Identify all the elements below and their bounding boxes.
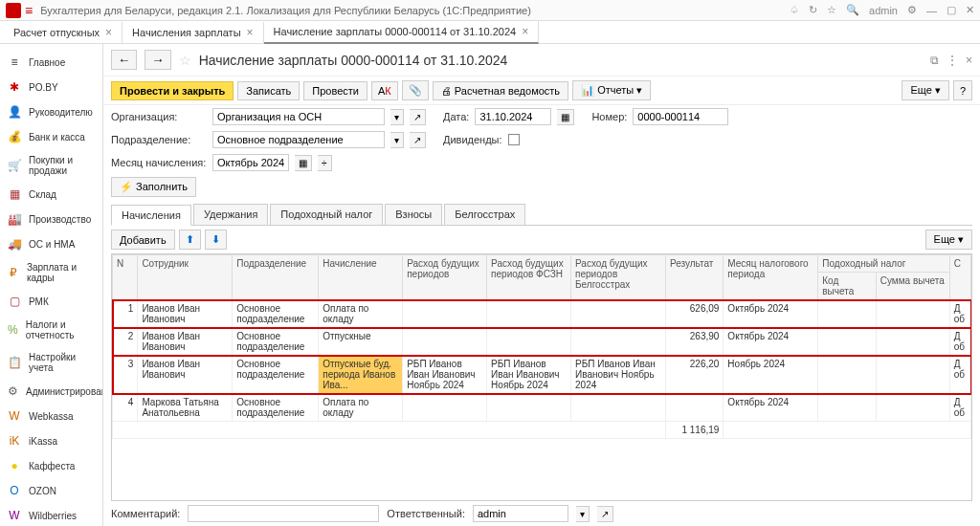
calendar-icon[interactable]: ▦: [557, 109, 574, 125]
table-row[interactable]: 3Иванов Иван ИвановичОсновное подразделе…: [113, 356, 971, 394]
number-input[interactable]: [633, 108, 728, 125]
sidebar-item[interactable]: 📋Настройки учета: [0, 346, 102, 379]
date-input[interactable]: [475, 108, 551, 125]
user-label[interactable]: admin: [869, 5, 898, 16]
sidebar-item[interactable]: 👤Руководителю: [0, 99, 102, 124]
more-icon[interactable]: ⋮: [947, 54, 958, 67]
settings-icon[interactable]: ⚙: [907, 4, 917, 16]
fill-button[interactable]: ⚡ Заполнить: [111, 177, 196, 197]
sidebar-item[interactable]: 🏭Производство: [0, 207, 102, 231]
post-button[interactable]: Провести: [303, 81, 368, 100]
history-icon[interactable]: ↻: [809, 4, 817, 16]
subtab-belgosstrakh[interactable]: Белгосстрах: [444, 204, 525, 225]
nav-back-button[interactable]: ←: [111, 50, 137, 70]
open-icon[interactable]: ↗: [597, 506, 613, 522]
write-button[interactable]: Записать: [237, 81, 300, 100]
col-exp2[interactable]: Расход будущих периодов ФСЗН: [487, 255, 571, 300]
dropdown-icon[interactable]: ▾: [390, 109, 404, 125]
sidebar-item[interactable]: ▦Склад: [0, 182, 102, 207]
main-menu-icon[interactable]: ≡: [25, 3, 33, 18]
dropdown-icon[interactable]: ▾: [390, 132, 404, 148]
sidebar-item[interactable]: OOZON: [0, 478, 102, 503]
accruals-grid[interactable]: N Сотрудник Подразделение Начисление Рас…: [111, 253, 972, 501]
maximize-icon[interactable]: ▢: [947, 4, 956, 16]
move-up-button[interactable]: ⬆: [179, 230, 201, 250]
tab-salary-list[interactable]: Начисления зарплаты×: [122, 22, 263, 43]
subtab-deductions[interactable]: Удержания: [193, 204, 268, 225]
subtab-accruals[interactable]: Начисления: [111, 205, 191, 226]
table-row[interactable]: 1Иванов Иван ИвановичОсновное подразделе…: [113, 300, 971, 328]
sidebar-item[interactable]: ✱PO.BY: [0, 75, 102, 99]
table-row[interactable]: 4Маркова Татьяна АнатольевнаОсновное под…: [113, 394, 971, 422]
bell-icon[interactable]: ♤: [790, 4, 799, 16]
dt-kt-button[interactable]: АК: [371, 81, 398, 100]
sidebar-item-label: Каффеста: [29, 461, 75, 471]
search-icon[interactable]: 🔍: [846, 4, 859, 16]
sidebar-item[interactable]: WWebkassa: [0, 404, 102, 428]
add-row-button[interactable]: Добавить: [111, 230, 175, 250]
org-input[interactable]: [212, 108, 385, 125]
grid-more-button[interactable]: Еще ▾: [925, 230, 972, 250]
close-icon[interactable]: ×: [105, 26, 112, 39]
responsible-input[interactable]: [473, 505, 568, 522]
tab-vacation-calc[interactable]: Расчет отпускных×: [4, 22, 122, 43]
calendar-icon[interactable]: ▦: [295, 155, 312, 171]
sidebar-item[interactable]: 🚚ОС и НМА: [0, 231, 102, 256]
app-title: Бухгалтерия для Беларуси, редакция 2.1. …: [40, 5, 790, 16]
favorite-icon[interactable]: ☆: [827, 4, 836, 16]
reports-button[interactable]: 📊 Отчеты ▾: [572, 80, 651, 100]
sidebar-item[interactable]: WWildberries: [0, 503, 102, 526]
close-panel-icon[interactable]: ×: [966, 54, 972, 67]
sidebar-item[interactable]: 💰Банк и касса: [0, 124, 102, 149]
star-icon[interactable]: ☆: [179, 53, 191, 68]
nav-forward-button[interactable]: →: [145, 50, 170, 70]
col-accrual[interactable]: Начисление: [319, 255, 403, 300]
col-taxmonth[interactable]: Месяц налогового периода: [724, 255, 818, 300]
minimize-icon[interactable]: —: [926, 5, 937, 16]
dropdown-icon[interactable]: ▾: [576, 506, 590, 522]
sidebar-icon: 🏭: [8, 212, 21, 226]
open-icon[interactable]: ↗: [410, 109, 426, 125]
sidebar-item[interactable]: ⚙Администрирование: [0, 379, 102, 404]
col-exp3[interactable]: Расход будущих периодов Белгосстрах: [571, 255, 666, 300]
dividends-checkbox[interactable]: [508, 134, 520, 145]
col-result[interactable]: Результат: [665, 255, 723, 300]
open-icon[interactable]: ↗: [410, 132, 426, 148]
payroll-button[interactable]: 🖨 Расчетная ведомость: [433, 81, 568, 100]
link-icon[interactable]: ⧉: [930, 54, 939, 67]
help-button[interactable]: ?: [953, 80, 972, 100]
col-kod[interactable]: Код вычета: [818, 273, 876, 300]
dept-label: Подразделение:: [111, 134, 207, 145]
col-sum[interactable]: Сумма вычета: [876, 273, 949, 300]
attach-button[interactable]: 📎: [402, 80, 429, 100]
post-and-close-button[interactable]: Провести и закрыть: [111, 81, 234, 100]
sidebar-item-label: Настройки учета: [29, 352, 95, 373]
tab-salary-doc[interactable]: Начисление зарплаты 0000-000114 от 31.10…: [264, 21, 540, 44]
subtab-income-tax[interactable]: Подоходный налог: [270, 204, 383, 225]
comment-input[interactable]: [188, 505, 379, 522]
more-button[interactable]: Еще ▾: [902, 80, 948, 100]
col-n[interactable]: N: [113, 255, 138, 300]
col-income-tax[interactable]: Подоходный налог: [818, 255, 949, 273]
stepper-icon[interactable]: ÷: [318, 155, 332, 171]
col-exp1[interactable]: Расход будущих периодов: [403, 255, 487, 300]
sidebar-item[interactable]: ●Каффеста: [0, 453, 102, 478]
dept-input[interactable]: [212, 131, 385, 148]
sidebar-item[interactable]: 🛒Покупки и продажи: [0, 149, 102, 182]
sidebar-item[interactable]: ▢РМК: [0, 289, 102, 314]
month-input[interactable]: [212, 154, 289, 171]
col-dept[interactable]: Подразделение: [233, 255, 319, 300]
sidebar-item[interactable]: %Налоги и отчетность: [0, 314, 102, 346]
close-icon[interactable]: ×: [247, 26, 254, 39]
move-down-button[interactable]: ⬇: [205, 230, 227, 250]
sidebar-item[interactable]: ₽Зарплата и кадры: [0, 256, 102, 289]
sidebar-icon: ≡: [8, 55, 21, 69]
table-row[interactable]: 2Иванов Иван ИвановичОсновное подразделе…: [113, 328, 971, 356]
col-s[interactable]: С: [949, 255, 970, 300]
sidebar-item[interactable]: iKiKassa: [0, 428, 102, 453]
col-employee[interactable]: Сотрудник: [138, 255, 233, 300]
close-icon[interactable]: ×: [522, 25, 528, 38]
subtab-fees[interactable]: Взносы: [385, 204, 442, 225]
close-icon[interactable]: ✕: [966, 4, 974, 16]
sidebar-item[interactable]: ≡Главное: [0, 50, 102, 75]
